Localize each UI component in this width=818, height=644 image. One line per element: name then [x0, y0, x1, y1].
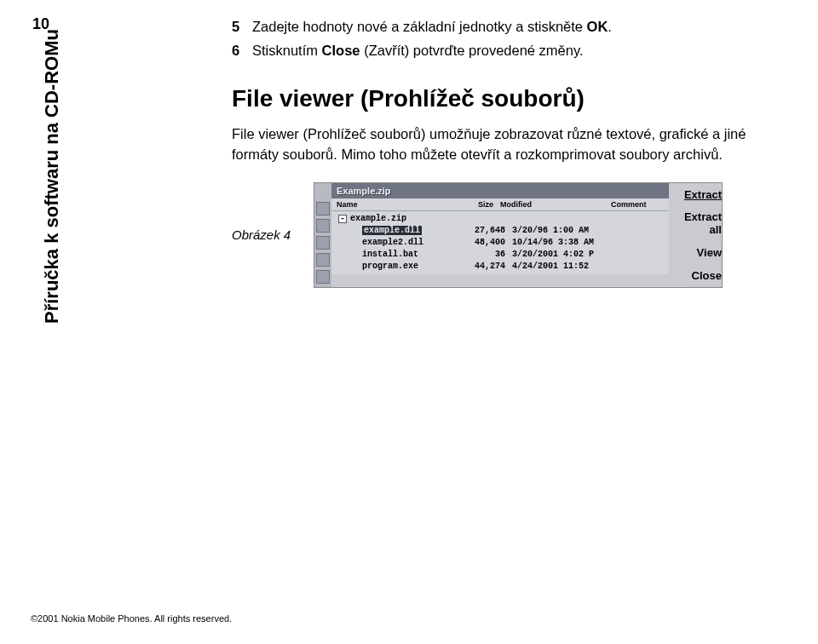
file-modified: 3/20/96 1:00 AM — [512, 226, 623, 235]
table-row[interactable]: -example.zip — [337, 213, 667, 225]
text: Zadejte hodnoty nové a základní jednotky… — [252, 19, 587, 34]
col-header-size[interactable]: Size — [449, 200, 500, 209]
text: (Zavřít) potvrďte provedené změny. — [360, 43, 584, 58]
table-row[interactable]: install.bat 36 3/20/2001 4:02 P — [337, 249, 667, 261]
col-header-comment[interactable]: Comment — [611, 200, 664, 209]
collapse-icon[interactable]: - — [338, 215, 347, 223]
screenshot-left-toolbar — [314, 183, 331, 287]
bold-ok: OK — [587, 19, 608, 34]
file-name: install.bat — [349, 250, 461, 259]
step-text: Stisknutím Close (Zavřít) potvrďte prove… — [252, 41, 777, 61]
paragraph: File viewer (Prohlížeč souborů) umožňuje… — [232, 124, 777, 165]
file-name: example2.dll — [349, 238, 461, 247]
toolbar-icon[interactable] — [316, 202, 330, 216]
bold-close: Close — [322, 43, 360, 58]
figure-caption: Obrázek 4 — [232, 227, 303, 242]
screenshot-main: Example.zip Name Size Modified Comment -… — [331, 183, 669, 287]
text: Stisknutím — [252, 43, 322, 58]
file-name-selected: example.dll — [362, 226, 422, 235]
file-name: example.zip — [350, 214, 406, 223]
table-body: -example.zip example.dll 27,648 3/20/96 … — [331, 211, 669, 274]
file-viewer-screenshot: Example.zip Name Size Modified Comment -… — [314, 182, 723, 288]
step-text: Zadejte hodnoty nové a základní jednotky… — [252, 17, 777, 37]
extract-button[interactable]: Extract — [676, 188, 722, 201]
step-6: 6 Stisknutím Close (Zavřít) potvrďte pro… — [232, 41, 777, 61]
view-button[interactable]: View — [676, 246, 722, 259]
step-number: 6 — [232, 41, 252, 61]
table-row[interactable]: program.exe 44,274 4/24/2001 11:52 — [337, 261, 667, 273]
table-row[interactable]: example2.dll 48,400 10/14/96 3:38 AM — [337, 237, 667, 249]
toolbar-icon[interactable] — [316, 253, 330, 267]
file-size: 36 — [461, 250, 512, 259]
col-header-name[interactable]: Name — [337, 200, 449, 209]
table-header: Name Size Modified Comment — [331, 198, 669, 211]
footer-copyright: ©2001 Nokia Mobile Phones. All rights re… — [31, 613, 232, 624]
file-name: program.exe — [349, 262, 461, 271]
file-size: 27,648 — [461, 226, 512, 235]
toolbar-icon[interactable] — [316, 236, 330, 250]
right-button-labels: Extract Extract all View Close — [669, 183, 722, 287]
toolbar-icon[interactable] — [316, 219, 330, 233]
file-size: 44,274 — [461, 262, 512, 271]
text: . — [608, 19, 612, 34]
figure-row: Obrázek 4 Example.zip Name Size Modified… — [232, 182, 777, 288]
section-heading: File viewer (Prohlížeč souborů) — [232, 85, 777, 112]
file-modified: 10/14/96 3:38 AM — [512, 238, 623, 247]
main-content: 5 Zadejte hodnoty nové a základní jednot… — [232, 17, 777, 288]
file-modified: 3/20/2001 4:02 P — [512, 250, 623, 259]
window-title: Example.zip — [331, 183, 669, 198]
extract-all-button[interactable]: Extract all — [676, 210, 722, 236]
file-size: 48,400 — [461, 238, 512, 247]
col-header-modified[interactable]: Modified — [500, 200, 611, 209]
file-modified: 4/24/2001 11:52 — [512, 262, 623, 271]
sidebar-title: Příručka k softwaru na CD-ROMu — [41, 29, 63, 324]
toolbar-icon[interactable] — [316, 270, 330, 284]
close-button[interactable]: Close — [676, 269, 722, 282]
table-row[interactable]: example.dll 27,648 3/20/96 1:00 AM — [337, 225, 667, 237]
step-5: 5 Zadejte hodnoty nové a základní jednot… — [232, 17, 777, 37]
step-number: 5 — [232, 17, 252, 37]
